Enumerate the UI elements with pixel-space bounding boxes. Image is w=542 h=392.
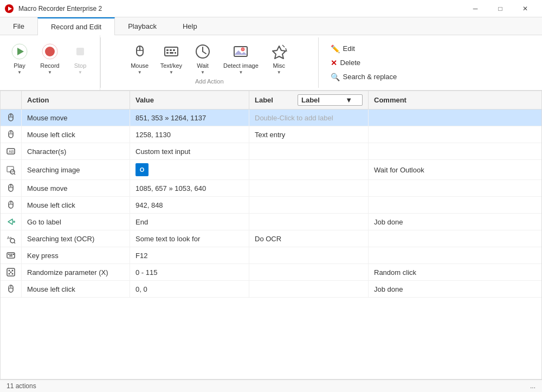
stop-icon <box>70 42 90 61</box>
svg-point-5 <box>45 47 55 56</box>
row-value-cell: 1258, 1130 <box>130 126 249 143</box>
row-label-cell[interactable] <box>249 264 369 281</box>
status-text: 11 actions <box>7 382 36 390</box>
row-label-cell[interactable] <box>249 281 369 298</box>
row-icon-cell: AB <box>1 143 22 160</box>
table-row[interactable]: Randomize parameter (X)0 - 115Random cli… <box>1 264 541 281</box>
row-label-cell[interactable] <box>249 160 369 180</box>
wait-button[interactable]: Wait ▼ <box>189 40 217 77</box>
row-label-cell[interactable]: Text entry <box>249 126 369 143</box>
row-label-cell[interactable] <box>249 197 369 214</box>
delete-icon: ✕ <box>331 59 337 67</box>
ribbon-section-playback: Play ▼ Record ▼ Stop <box>0 35 100 90</box>
row-icon-cell <box>1 197 22 214</box>
row-action-cell: Searching image <box>22 160 130 180</box>
row-icon-cell <box>1 247 22 264</box>
table-row[interactable]: Key pressF12 <box>1 247 541 264</box>
textkey-button[interactable]: Text/key ▼ <box>156 40 186 77</box>
search-replace-icon: 🔍 <box>331 73 340 81</box>
table-row[interactable]: Mouse left click1258, 1130Text entry <box>1 126 541 143</box>
svg-point-54 <box>12 273 14 275</box>
play-button[interactable]: Play ▼ <box>5 40 34 77</box>
table-row[interactable]: Searching imageOWait for Outlook <box>1 160 541 180</box>
mouse-move-icon <box>6 113 16 123</box>
table-row[interactable]: Mouse left click0, 0Job done <box>1 281 541 298</box>
table-row[interactable]: ABCharacter(s)Custom text input <box>1 143 541 160</box>
search-image-icon <box>6 165 16 175</box>
row-comment-cell <box>369 143 542 160</box>
table-row[interactable]: Mouse move1085, 657 » 1053, 640 <box>1 180 541 197</box>
svg-rect-6 <box>76 48 84 55</box>
play-label: Play <box>14 62 25 69</box>
delete-button[interactable]: ✕ Delete <box>327 57 534 68</box>
row-comment-cell <box>369 230 542 247</box>
row-label-cell[interactable] <box>249 143 369 160</box>
edit-button[interactable]: ✏️ Edit <box>327 43 534 54</box>
svg-rect-49 <box>9 255 12 256</box>
row-label-cell[interactable]: Double-Click to add label <box>249 110 369 126</box>
wait-label: Wait <box>197 62 209 69</box>
textkey-icon <box>162 42 181 61</box>
goto-label-icon <box>6 217 16 227</box>
row-icon-cell <box>1 281 22 298</box>
col-icon <box>1 91 22 110</box>
menu-tab-record-edit[interactable]: Record and Edit <box>37 17 115 35</box>
row-action-cell: Mouse left click <box>22 281 130 298</box>
row-icon-cell <box>1 160 22 180</box>
menu-tab-help[interactable]: Help <box>170 17 210 35</box>
menu-tab-file[interactable]: File <box>0 17 37 35</box>
row-comment-cell: Job done <box>369 281 542 298</box>
table-row[interactable]: Mouse move851, 353 » 1264, 1137Double-Cl… <box>1 110 541 126</box>
row-action-cell: Searching text (OCR) <box>22 230 130 247</box>
misc-icon <box>269 42 289 61</box>
stop-button[interactable]: Stop ▼ <box>66 40 94 77</box>
mouse-button[interactable]: Mouse ▼ <box>126 40 154 77</box>
svg-rect-59 <box>9 285 11 288</box>
mouse-left-icon <box>6 284 16 294</box>
label-col-header: Label <box>255 96 273 104</box>
row-action-cell: Randomize parameter (X) <box>22 264 130 281</box>
wait-icon <box>193 42 212 61</box>
record-icon <box>40 42 60 61</box>
row-value-cell: 851, 353 » 1264, 1137 <box>130 110 249 126</box>
table-row[interactable]: AaSearching text (OCR)Some text to look … <box>1 230 541 247</box>
col-label[interactable]: Label Label ▼ <box>249 91 369 110</box>
row-label-cell[interactable] <box>249 180 369 197</box>
minimize-button[interactable]: ─ <box>463 0 488 17</box>
row-icon-cell <box>1 180 22 197</box>
col-value: Value <box>130 91 249 110</box>
misc-button[interactable]: Misc ▼ <box>265 40 293 77</box>
row-comment-cell <box>369 197 542 214</box>
mouse-icon <box>130 42 150 61</box>
mouse-arrow: ▼ <box>138 70 142 75</box>
record-button[interactable]: Record ▼ <box>36 40 64 77</box>
maximize-button[interactable]: □ <box>488 0 513 17</box>
detect-image-button[interactable]: Detect image ▼ <box>219 40 263 77</box>
row-comment-cell <box>369 247 542 264</box>
characters-icon: AB <box>6 146 16 156</box>
row-comment-cell: Job done <box>369 214 542 230</box>
row-value-cell: Some text to look for <box>130 230 249 247</box>
svg-line-19 <box>203 52 206 54</box>
svg-rect-20 <box>234 47 247 56</box>
title-bar: Macro Recorder Enterprise 2 ─ □ ✕ <box>0 0 542 17</box>
menu-tab-playback[interactable]: Playback <box>115 17 170 35</box>
svg-point-51 <box>9 270 10 272</box>
row-label-cell[interactable]: Do OCR <box>249 230 369 247</box>
table-row[interactable]: Mouse left click942, 848 <box>1 197 541 214</box>
row-icon-cell <box>1 126 22 143</box>
ribbon-buttons-group1: Play ▼ Record ▼ Stop <box>5 40 94 86</box>
table-row[interactable]: Go to labelEndJob done <box>1 214 541 230</box>
row-label-cell[interactable] <box>249 214 369 230</box>
misc-arrow: ▼ <box>277 70 281 75</box>
pencil-icon: ✏️ <box>331 44 340 53</box>
search-replace-button[interactable]: 🔍 Search & replace <box>327 72 534 82</box>
mouse-label: Mouse <box>131 62 149 69</box>
mouse-left-icon <box>6 200 16 210</box>
col-action: Action <box>22 91 130 110</box>
row-label-cell[interactable] <box>249 247 369 264</box>
close-button[interactable]: ✕ <box>513 0 538 17</box>
label-dropdown[interactable]: Label ▼ <box>298 94 363 106</box>
row-value-cell: 942, 848 <box>130 197 249 214</box>
row-action-cell: Go to label <box>22 214 130 230</box>
